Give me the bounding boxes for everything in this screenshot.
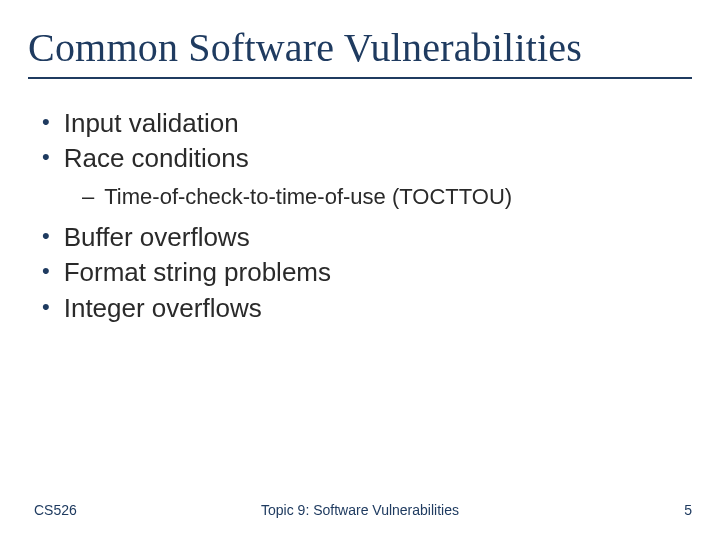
bullet-icon: • (42, 142, 50, 173)
bullet-item: • Input validation (38, 107, 692, 140)
slide-footer: CS526 Topic 9: Software Vulnerabilities … (0, 502, 720, 518)
bullet-item: • Race conditions (38, 142, 692, 175)
footer-course: CS526 (34, 502, 77, 518)
sub-bullet-item: – Time-of-check-to-time-of-use (TOCTTOU) (38, 182, 692, 212)
bullet-icon: • (42, 292, 50, 323)
bullet-text: Format string problems (64, 256, 331, 289)
slide-title: Common Software Vulnerabilities (28, 24, 692, 71)
bullet-icon: • (42, 107, 50, 138)
bullet-item: • Buffer overflows (38, 221, 692, 254)
slide: Common Software Vulnerabilities • Input … (0, 0, 720, 540)
bullet-text: Race conditions (64, 142, 249, 175)
bullet-text: Input validation (64, 107, 239, 140)
slide-content: • Input validation • Race conditions – T… (28, 107, 692, 325)
bullet-icon: • (42, 256, 50, 287)
slide-number: 5 (684, 502, 692, 518)
bullet-icon: • (42, 221, 50, 252)
bullet-item: • Integer overflows (38, 292, 692, 325)
footer-topic: Topic 9: Software Vulnerabilities (0, 502, 720, 518)
bullet-text: Buffer overflows (64, 221, 250, 254)
bullet-text: Time-of-check-to-time-of-use (TOCTTOU) (104, 182, 512, 212)
bullet-text: Integer overflows (64, 292, 262, 325)
bullet-item: • Format string problems (38, 256, 692, 289)
title-underline (28, 77, 692, 79)
dash-icon: – (82, 182, 94, 212)
